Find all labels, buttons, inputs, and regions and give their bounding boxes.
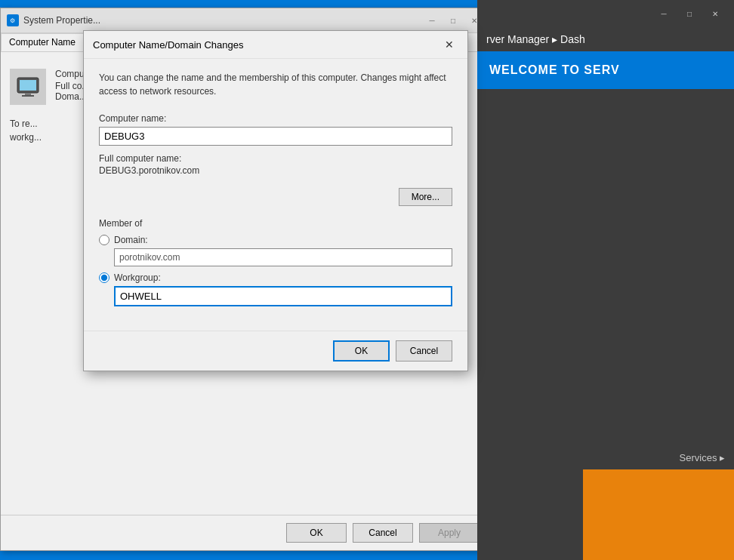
- sm-minimize-button[interactable]: ─: [654, 6, 674, 21]
- more-button[interactable]: More...: [399, 188, 452, 206]
- workgroup-input-container: [114, 286, 452, 306]
- computer-name-group: Computer name:: [99, 113, 452, 146]
- workgroup-input[interactable]: [114, 286, 452, 306]
- domain-radio-label: Domain:: [114, 235, 148, 245]
- more-btn-row: More...: [99, 188, 452, 206]
- domain-radio-row: Domain:: [99, 235, 452, 245]
- sp-apply-button[interactable]: Apply: [419, 523, 480, 543]
- full-computer-name-label: Full computer name:: [99, 153, 452, 164]
- computer-name-dialog: Computer Name/Domain Changes ✕ You can c…: [83, 30, 468, 371]
- sm-maximize-button[interactable]: □: [680, 6, 699, 21]
- svg-rect-4: [20, 80, 36, 91]
- dialog-titlebar: Computer Name/Domain Changes ✕: [84, 31, 467, 59]
- dialog-cancel-button[interactable]: Cancel: [396, 340, 452, 362]
- sm-orange-panel: [583, 469, 734, 560]
- tab-computer-name-label: Computer Name: [9, 37, 76, 48]
- tab-computer-name[interactable]: Computer Name: [1, 33, 84, 51]
- services-row[interactable]: Services ▸: [477, 446, 734, 469]
- system-props-title: System Propertie...: [23, 15, 100, 26]
- svg-text:⚙: ⚙: [10, 17, 15, 24]
- domain-input[interactable]: [114, 248, 452, 266]
- member-of-title: Member of: [99, 218, 452, 229]
- svg-rect-5: [25, 93, 31, 95]
- computer-name-input[interactable]: [99, 127, 452, 146]
- computer-name-label: Computer name:: [99, 113, 452, 124]
- server-manager-breadcrumb: rver Manager ▸ Dash: [477, 27, 734, 51]
- workgroup-radio-row: Workgroup:: [99, 272, 452, 283]
- sp-cancel-button[interactable]: Cancel: [353, 523, 413, 543]
- member-of-section: Member of Domain: Workgroup:: [99, 218, 452, 306]
- workgroup-radio-label: Workgroup:: [114, 272, 161, 283]
- full-computer-name-section: Full computer name: DEBUG3.porotnikov.co…: [99, 153, 452, 176]
- svg-rect-6: [22, 95, 34, 97]
- sp-ok-button[interactable]: OK: [286, 523, 347, 543]
- dialog-footer: OK Cancel: [84, 331, 467, 371]
- sm-close-button[interactable]: ✕: [705, 6, 725, 21]
- system-props-footer: OK Cancel Apply: [1, 515, 492, 550]
- workgroup-radio[interactable]: [99, 272, 109, 283]
- maximize-button[interactable]: □: [443, 13, 463, 28]
- server-manager-panel: ─ □ ✕ rver Manager ▸ Dash WELCOME TO SER…: [477, 0, 734, 560]
- server-manager-topbar: ─ □ ✕: [477, 0, 734, 27]
- dialog-title: Computer Name/Domain Changes: [93, 39, 243, 51]
- dialog-ok-button[interactable]: OK: [333, 340, 390, 362]
- minimize-button[interactable]: ─: [422, 13, 442, 28]
- dialog-body: You can change the name and the membersh…: [84, 59, 467, 331]
- dialog-description: You can change the name and the membersh…: [99, 71, 452, 98]
- dialog-close-button[interactable]: ✕: [440, 37, 458, 52]
- domain-radio[interactable]: [99, 235, 109, 245]
- system-props-titlebar-controls: ─ □ ✕: [422, 13, 484, 28]
- server-manager-welcome: WELCOME TO SERV: [477, 51, 734, 89]
- system-props-titlebar-left: ⚙ System Propertie...: [7, 14, 100, 26]
- system-props-icon: ⚙: [7, 14, 19, 26]
- full-computer-name-value: DEBUG3.porotnikov.com: [99, 165, 452, 176]
